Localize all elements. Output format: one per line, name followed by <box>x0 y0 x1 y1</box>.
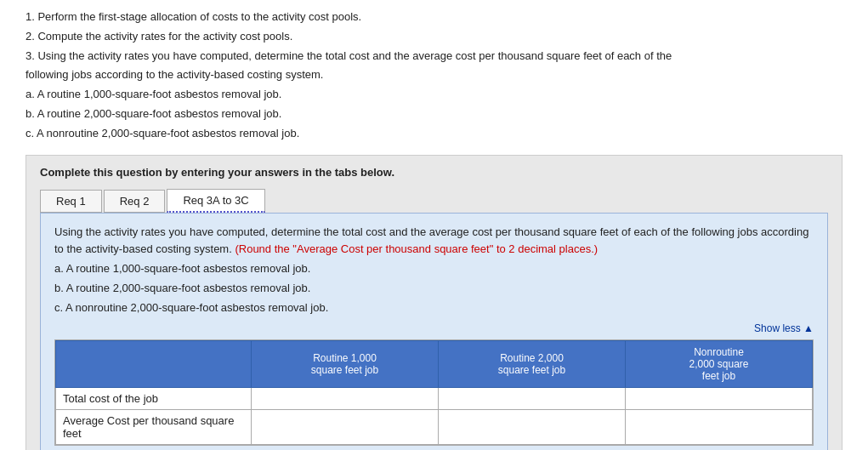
instruction-line6: c. A nonroutine 2,000-square-foot asbest… <box>26 125 842 143</box>
question-box: Complete this question by entering your … <box>26 155 842 450</box>
instruction-line1: 1. Perform the first-stage allocation of… <box>26 9 842 26</box>
tab-req2[interactable]: Req 2 <box>104 190 166 213</box>
row2-col2-cell[interactable] <box>252 409 439 444</box>
desc-line-c: c. A nonroutine 2,000-square-foot asbest… <box>54 299 814 317</box>
bold-instruction: Complete this question by entering your … <box>40 166 828 179</box>
table-row: Average Cost per thousand square feet <box>56 409 813 444</box>
row1-col2-cell[interactable] <box>252 387 439 409</box>
row2-col4-input[interactable] <box>626 416 812 437</box>
row1-col4-input[interactable] <box>626 388 812 409</box>
row1-col2-input[interactable] <box>252 388 438 409</box>
desc-line-a: a. A routine 1,000-square-foot asbestos … <box>54 260 814 278</box>
row2-col3-input[interactable] <box>439 416 625 437</box>
instructions-block: 1. Perform the first-stage allocation of… <box>26 9 842 143</box>
row2-col3-cell[interactable] <box>439 409 626 444</box>
tab-description: Using the activity rates you have comput… <box>54 224 814 317</box>
col4-header: Nonroutine 2,000 square feet job <box>626 340 813 387</box>
tab-req3a3c[interactable]: Req 3A to 3C <box>167 189 264 213</box>
row1-col3-cell[interactable] <box>439 387 626 409</box>
show-less-button[interactable]: Show less ▲ <box>54 322 814 334</box>
instruction-line3b: following jobs according to the activity… <box>26 66 842 84</box>
desc-line1: Using the activity rates you have comput… <box>54 224 814 259</box>
desc-line-b: b. A routine 2,000-square-foot asbestos … <box>54 280 814 298</box>
row2-col2-input[interactable] <box>252 416 438 437</box>
instruction-line4: a. A routine 1,000-square-foot asbestos … <box>26 86 842 104</box>
tab-req1[interactable]: Req 1 <box>40 190 102 213</box>
instruction-line2: 2. Compute the activity rates for the ac… <box>26 28 842 46</box>
row1-col3-input[interactable] <box>439 388 625 409</box>
data-table: Routine 1,000 square feet job Routine 2,… <box>55 340 813 445</box>
row2-label: Average Cost per thousand square feet <box>56 409 252 444</box>
tabs-row: Req 1 Req 2 Req 3A to 3C <box>40 189 828 213</box>
row2-col4-cell[interactable] <box>626 409 813 444</box>
table-row: Total cost of the job <box>56 387 813 409</box>
col1-header <box>56 340 252 387</box>
data-table-wrapper: Routine 1,000 square feet job Routine 2,… <box>54 339 814 446</box>
row1-label: Total cost of the job <box>56 387 252 409</box>
row1-col4-cell[interactable] <box>626 387 813 409</box>
col2-header: Routine 1,000 square feet job <box>252 340 439 387</box>
instruction-line3: 3. Using the activity rates you have com… <box>26 48 842 66</box>
instruction-line5: b. A routine 2,000-square-foot asbestos … <box>26 105 842 123</box>
col3-header: Routine 2,000 square feet job <box>439 340 626 387</box>
tab-content-area: Using the activity rates you have comput… <box>40 213 828 450</box>
